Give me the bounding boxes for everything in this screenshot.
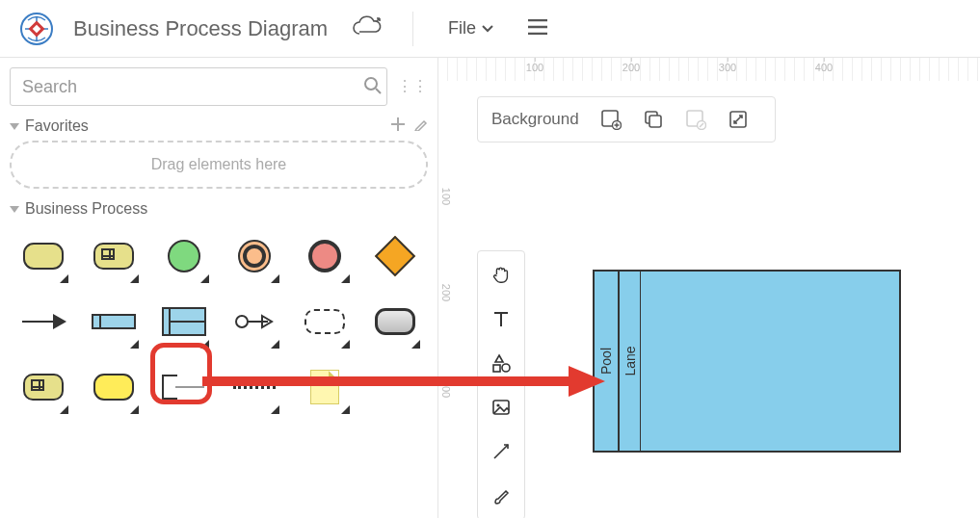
- shape-gateway[interactable]: [366, 229, 424, 283]
- svg-rect-12: [493, 365, 500, 372]
- tool-pen-icon[interactable]: [488, 482, 515, 509]
- ruler-tick: 100: [526, 62, 543, 73]
- favorites-drop-hint: Drag elements here: [151, 156, 287, 173]
- ruler-tick: 400: [815, 62, 833, 73]
- svg-point-13: [502, 364, 510, 372]
- shape-subprocess-yellow[interactable]: [14, 360, 72, 414]
- shape-note[interactable]: [296, 360, 354, 414]
- empty: [366, 360, 424, 414]
- bg-duplicate-icon[interactable]: [643, 109, 664, 130]
- shape-rounded-gray[interactable]: [366, 295, 424, 349]
- bg-add-icon[interactable]: [600, 109, 622, 130]
- shape-palette: [10, 223, 428, 420]
- favorites-header[interactable]: Favorites: [10, 117, 428, 135]
- shape-intermediate-event[interactable]: [225, 229, 283, 283]
- shape-task-yellow[interactable]: [85, 360, 143, 414]
- bg-edit-icon[interactable]: [685, 109, 706, 130]
- lane-label: Lane: [622, 346, 638, 376]
- canvas[interactable]: 100 200 300 400 100 200 300 Background: [438, 58, 980, 518]
- svg-rect-8: [649, 116, 661, 127]
- background-toolbar-label: Background: [491, 110, 579, 129]
- sidebar: ⋮⋮ Favorites Drag elements here Business…: [0, 58, 438, 518]
- shape-start-event[interactable]: [155, 229, 213, 283]
- ruler-tick: 300: [719, 62, 736, 73]
- shape-subprocess-dashed[interactable]: [296, 295, 354, 349]
- favorites-drop-target[interactable]: Drag elements here: [10, 141, 428, 189]
- favorites-label: Favorites: [25, 117, 89, 135]
- ruler-tick: 200: [440, 284, 452, 301]
- pool-label: Pool: [598, 348, 614, 375]
- hamburger-menu-button[interactable]: [528, 19, 547, 39]
- ruler-tick: 200: [622, 62, 640, 73]
- lane-header[interactable]: Lane: [620, 272, 641, 451]
- shape-end-event[interactable]: [296, 229, 354, 283]
- canvas-toolbar: [477, 250, 525, 518]
- tool-shapes-icon[interactable]: [488, 350, 515, 376]
- shape-pool[interactable]: [85, 295, 143, 349]
- background-toolbar: Background: [477, 96, 776, 142]
- pool-header[interactable]: Pool: [595, 272, 620, 451]
- tool-text-icon[interactable]: [488, 305, 515, 332]
- panel-drag-handle-icon[interactable]: ⋮⋮: [397, 83, 428, 91]
- ruler-tick: 100: [440, 188, 452, 205]
- bpmn-pool[interactable]: Pool Lane: [593, 270, 901, 453]
- collapse-icon: [10, 206, 19, 213]
- svg-point-4: [236, 316, 248, 327]
- ruler-tick: 300: [440, 380, 452, 398]
- shape-catch-event[interactable]: [225, 295, 283, 349]
- tool-line-icon[interactable]: [488, 438, 515, 465]
- page-title: Business Process Diagram: [73, 16, 328, 41]
- cloud-sync-icon[interactable]: [351, 15, 384, 42]
- business-process-label: Business Process: [25, 200, 147, 218]
- ruler-vertical: 100 200 300: [438, 81, 462, 518]
- business-process-header[interactable]: Business Process: [10, 200, 428, 218]
- shape-lanes[interactable]: [155, 295, 213, 349]
- add-favorite-button[interactable]: [391, 117, 405, 135]
- shape-sequence-flow[interactable]: [14, 295, 72, 349]
- search-input[interactable]: [10, 67, 387, 106]
- file-menu-label: File: [448, 18, 476, 39]
- edit-favorites-button[interactable]: [414, 117, 428, 135]
- app-logo: [19, 12, 54, 46]
- svg-point-15: [496, 403, 499, 406]
- shape-dotted-flow[interactable]: [225, 360, 283, 414]
- chevron-down-icon: [482, 25, 493, 33]
- lane-body[interactable]: [641, 272, 899, 451]
- tool-hand-icon[interactable]: [488, 261, 515, 288]
- tool-image-icon[interactable]: [488, 394, 515, 421]
- svg-point-3: [365, 78, 377, 90]
- ruler-horizontal: 100 200 300 400: [438, 58, 980, 81]
- separator: [412, 12, 413, 46]
- shape-task-marker[interactable]: [85, 229, 143, 283]
- shape-task[interactable]: [14, 229, 72, 283]
- topbar: Business Process Diagram File: [0, 0, 980, 58]
- file-menu[interactable]: File: [448, 18, 493, 39]
- shape-lane-bracket[interactable]: [155, 360, 213, 414]
- search-icon[interactable]: [364, 77, 382, 98]
- bg-expand-icon[interactable]: [728, 109, 749, 130]
- collapse-icon: [10, 123, 19, 130]
